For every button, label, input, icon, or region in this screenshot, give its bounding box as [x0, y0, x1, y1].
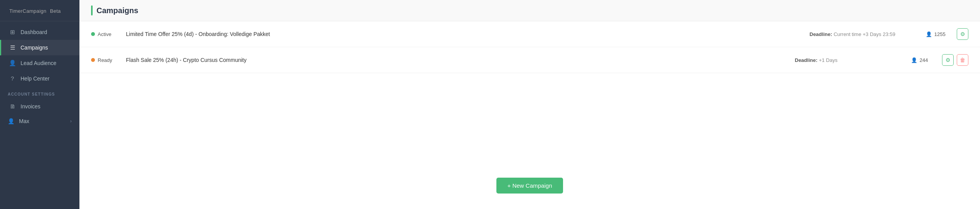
- sidebar-item-help-center[interactable]: ? Help Center: [0, 71, 79, 86]
- sidebar-item-label: Invoices: [21, 103, 40, 110]
- count-value: 244: [920, 57, 928, 63]
- sidebar-item-label: Lead Audience: [21, 60, 57, 66]
- sidebar-item-label: Max: [19, 118, 65, 124]
- status-dot-ready: [91, 58, 95, 62]
- status-dot-active: [91, 32, 95, 36]
- page-title: Campaigns: [91, 5, 968, 15]
- new-campaign-button[interactable]: + New Campaign: [496, 178, 563, 194]
- help-icon: ?: [9, 75, 16, 82]
- person-icon: 👤: [926, 31, 932, 37]
- campaign-name[interactable]: Limited Time Offer 25% (4d) - Onboarding…: [126, 31, 809, 37]
- table-row: Ready Flash Sale 25% (24h) - Crypto Curs…: [79, 47, 980, 73]
- deadline-value: Current time +3 Days 23:59: [834, 31, 895, 37]
- chevron-right-icon: ›: [70, 118, 72, 124]
- sidebar-item-label: Campaigns: [21, 45, 48, 51]
- deadline-value: +1 Days: [819, 57, 837, 63]
- campaign-actions: ⚙: [957, 28, 968, 40]
- main-content: Campaigns Active Limited Time Offer 25% …: [79, 0, 980, 209]
- status-indicator: Ready: [91, 57, 126, 63]
- title-accent-bar: [91, 5, 93, 15]
- campaigns-list: Active Limited Time Offer 25% (4d) - Onb…: [79, 21, 980, 162]
- settings-button[interactable]: ⚙: [942, 54, 954, 66]
- page-title-text: Campaigns: [96, 6, 138, 15]
- deadline-label: Deadline:: [809, 31, 832, 37]
- status-badge: Ready: [98, 57, 112, 63]
- new-campaign-section: + New Campaign: [79, 162, 980, 209]
- page-header: Campaigns: [79, 0, 980, 21]
- status-indicator: Active: [91, 31, 126, 37]
- sidebar-logo: TimerCampaign Beta: [0, 0, 79, 21]
- dashboard-icon: ⊞: [9, 29, 16, 36]
- sidebar-item-label: Dashboard: [21, 29, 47, 35]
- deadline-label: Deadline:: [795, 57, 818, 63]
- sidebar-navigation: ⊞ Dashboard ☰ Campaigns 👤 Lead Audience …: [0, 21, 79, 209]
- campaign-deadline: Deadline: +1 Days: [795, 57, 911, 63]
- count-value: 1255: [934, 31, 946, 37]
- campaigns-icon: ☰: [9, 44, 16, 51]
- invoices-icon: 🗎: [9, 103, 16, 110]
- campaign-count: 👤 244: [911, 57, 942, 63]
- sidebar-item-invoices[interactable]: 🗎 Invoices: [0, 99, 79, 114]
- sidebar: TimerCampaign Beta ⊞ Dashboard ☰ Campaig…: [0, 0, 79, 209]
- campaign-name[interactable]: Flash Sale 25% (24h) - Crypto Cursus Com…: [126, 57, 795, 63]
- lead-audience-icon: 👤: [9, 60, 16, 67]
- table-row: Active Limited Time Offer 25% (4d) - Onb…: [79, 21, 980, 47]
- status-badge: Active: [98, 31, 111, 37]
- sidebar-item-max[interactable]: 👤 Max ›: [0, 114, 79, 128]
- sidebar-item-lead-audience[interactable]: 👤 Lead Audience: [0, 55, 79, 71]
- settings-button[interactable]: ⚙: [957, 28, 968, 40]
- campaign-deadline: Deadline: Current time +3 Days 23:59: [809, 31, 926, 37]
- sidebar-item-campaigns[interactable]: ☰ Campaigns: [0, 40, 79, 55]
- sidebar-item-dashboard[interactable]: ⊞ Dashboard: [0, 24, 79, 40]
- logo-badge: Beta: [50, 8, 61, 14]
- campaign-count: 👤 1255: [926, 31, 957, 37]
- delete-button[interactable]: 🗑: [957, 54, 968, 66]
- person-icon: 👤: [911, 57, 917, 63]
- sidebar-item-label: Help Center: [21, 75, 50, 82]
- user-icon: 👤: [8, 118, 14, 124]
- account-settings-label: ACCOUNT SETTINGS: [0, 86, 79, 99]
- campaign-actions: ⚙ 🗑: [942, 54, 968, 66]
- logo-text: TimerCampaign: [9, 8, 47, 14]
